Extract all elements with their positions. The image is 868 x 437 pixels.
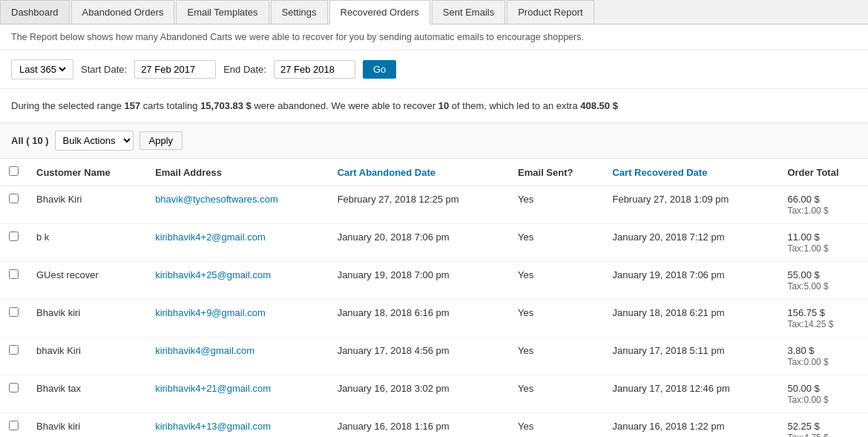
col-header-email-sent: Email Sent?: [509, 159, 603, 186]
email-address[interactable]: kiribhavik4+2@gmail.com: [146, 224, 329, 262]
tax-line: Tax:4.75 $: [787, 433, 828, 437]
table-row: bhavik Kirikiribhavik4@gmail.comJanuary …: [0, 338, 868, 375]
row-checkbox[interactable]: [9, 231, 19, 241]
select-all-checkbox[interactable]: [9, 166, 19, 176]
email-address[interactable]: kiribhavik4@gmail.com: [146, 338, 329, 375]
row-checkbox[interactable]: [9, 269, 19, 279]
cart-abandoned-date: February 27, 2018 12:25 pm: [329, 186, 509, 224]
row-checkbox[interactable]: [9, 345, 19, 355]
email-sent: Yes: [509, 300, 603, 338]
customer-name: Bhavik kiri: [27, 300, 146, 338]
period-select-wrap[interactable]: Last 365Last 30Last 7Custom: [11, 59, 73, 79]
cart-abandoned-date: January 18, 2018 6:16 pm: [329, 300, 509, 338]
email-link[interactable]: kiribhavik4+9@gmail.com: [155, 307, 266, 318]
order-total: 66.00 $Tax:1.00 $: [778, 186, 868, 224]
table-row: Bhavik kirikiribhavik4+9@gmail.comJanuar…: [0, 300, 868, 338]
row-checkbox[interactable]: [9, 307, 19, 317]
tax-line: Tax:0.00 $: [787, 357, 828, 367]
order-total: 156.75 $Tax:14.25 $: [778, 300, 868, 338]
customer-name: bhavik Kiri: [27, 338, 146, 375]
row-checkbox[interactable]: [9, 194, 19, 203]
cart-abandoned-date: January 20, 2018 7:06 pm: [329, 224, 509, 262]
description-text: The Report below shows how many Abandone…: [11, 32, 584, 42]
description-bar: The Report below shows how many Abandone…: [0, 24, 868, 50]
order-total: 52.25 $Tax:4.75 $: [778, 413, 868, 438]
orders-table: Customer NameEmail AddressCart Abandoned…: [0, 159, 868, 437]
email-link[interactable]: kiribhavik4@gmail.com: [155, 345, 254, 356]
row-checkbox[interactable]: [9, 421, 19, 430]
table-row: Bhavik Kiribhavik@tychesoftwares.comFebr…: [0, 186, 868, 224]
tab-dashboard[interactable]: Dashboard: [0, 0, 70, 24]
email-sent: Yes: [509, 224, 603, 262]
email-link[interactable]: kiribhavik4+25@gmail.com: [155, 269, 271, 280]
email-sent: Yes: [509, 413, 603, 438]
col-header-cart-recovered-date: Cart Recovered Date: [603, 159, 778, 186]
order-total: 11.00 $Tax:1.00 $: [778, 224, 868, 262]
cart-abandoned-date: January 16, 2018 1:16 pm: [329, 413, 509, 438]
email-link[interactable]: kiribhavik4+13@gmail.com: [155, 421, 271, 432]
col-header-cart-abandoned-date: Cart Abandoned Date: [329, 159, 509, 186]
col-header-email-address: Email Address: [146, 159, 329, 186]
cart-recovered-date: January 17, 2018 12:46 pm: [603, 375, 778, 413]
tab-product-report[interactable]: Product Report: [507, 0, 594, 24]
tax-line: Tax:5.00 $: [787, 281, 828, 292]
tax-line: Tax:14.25 $: [787, 319, 833, 329]
cart-recovered-date: January 19, 2018 7:06 pm: [603, 262, 778, 300]
stats-bar: During the selected range 157 carts tota…: [0, 89, 868, 123]
email-sent: Yes: [509, 375, 603, 413]
email-address[interactable]: kiribhavik4+21@gmail.com: [146, 375, 329, 413]
tax-line: Tax:1.00 $: [787, 206, 828, 216]
period-select[interactable]: Last 365Last 30Last 7Custom: [16, 63, 68, 76]
customer-name: b k: [27, 224, 146, 262]
row-checkbox[interactable]: [9, 383, 19, 392]
end-date-input[interactable]: [274, 60, 355, 79]
email-link[interactable]: bhavik@tychesoftwares.com: [155, 194, 278, 205]
start-date-input[interactable]: [134, 60, 216, 79]
tab-email-templates[interactable]: Email Templates: [176, 0, 269, 24]
email-sent: Yes: [509, 338, 603, 375]
all-label: All ( 10 ): [11, 135, 49, 146]
end-date-label: End Date:: [223, 64, 266, 75]
email-address[interactable]: kiribhavik4+25@gmail.com: [146, 262, 329, 300]
filter-bar: Last 365Last 30Last 7Custom Start Date: …: [0, 50, 868, 89]
apply-button[interactable]: Apply: [139, 131, 183, 150]
tab-settings[interactable]: Settings: [271, 0, 328, 24]
tab-recovered-orders[interactable]: Recovered Orders: [329, 0, 430, 24]
email-sent: Yes: [509, 186, 603, 224]
order-total: 50.00 $Tax:0.00 $: [778, 375, 868, 413]
order-total: 3.80 $Tax:0.00 $: [778, 338, 868, 375]
email-address[interactable]: bhavik@tychesoftwares.com: [146, 186, 329, 224]
cart-recovered-date: January 16, 2018 1:22 pm: [603, 413, 778, 438]
email-address[interactable]: kiribhavik4+9@gmail.com: [146, 300, 329, 338]
order-total: 55.00 $Tax:5.00 $: [778, 262, 868, 300]
cart-recovered-date: January 20, 2018 7:12 pm: [603, 224, 778, 262]
table-row: b kkiribhavik4+2@gmail.comJanuary 20, 20…: [0, 224, 868, 262]
tabs-bar: DashboardAbandoned OrdersEmail Templates…: [0, 0, 868, 24]
table-header-bar: All ( 10 ) Bulk Actions Apply: [0, 123, 868, 159]
email-link[interactable]: kiribhavik4+2@gmail.com: [155, 231, 266, 243]
email-sent: Yes: [509, 262, 603, 300]
customer-name: Bhavik tax: [27, 375, 146, 413]
customer-name: Bhavik kiri: [27, 413, 146, 438]
tax-line: Tax:1.00 $: [787, 243, 828, 254]
start-date-label: Start Date:: [81, 64, 127, 75]
table-row: Bhavik kirikiribhavik4+13@gmail.comJanua…: [0, 413, 868, 438]
cart-recovered-date: January 17, 2018 5:11 pm: [603, 338, 778, 375]
col-header-customer-name: Customer Name: [27, 159, 146, 186]
cart-recovered-date: January 18, 2018 6:21 pm: [603, 300, 778, 338]
table-row: Bhavik taxkiribhavik4+21@gmail.comJanuar…: [0, 375, 868, 413]
cart-abandoned-date: January 17, 2018 4:56 pm: [329, 338, 509, 375]
email-link[interactable]: kiribhavik4+21@gmail.com: [155, 383, 271, 394]
table-row: GUest recoverkiribhavik4+25@gmail.comJan…: [0, 262, 868, 300]
go-button[interactable]: Go: [363, 60, 396, 79]
bulk-actions-select[interactable]: Bulk Actions: [55, 131, 134, 151]
tab-sent-emails[interactable]: Sent Emails: [432, 0, 505, 24]
cart-recovered-date: February 27, 2018 1:09 pm: [603, 186, 778, 224]
tax-line: Tax:0.00 $: [787, 395, 828, 405]
customer-name: Bhavik Kiri: [27, 186, 146, 224]
customer-name: GUest recover: [27, 262, 146, 300]
cart-abandoned-date: January 19, 2018 7:00 pm: [329, 262, 509, 300]
tab-abandoned-orders[interactable]: Abandoned Orders: [71, 0, 175, 24]
email-address[interactable]: kiribhavik4+13@gmail.com: [146, 413, 329, 438]
col-header-order-total: Order Total: [778, 159, 868, 186]
